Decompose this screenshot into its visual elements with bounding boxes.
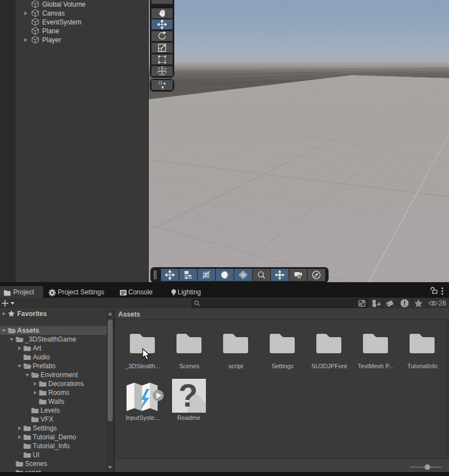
svg-text:?: ? xyxy=(179,379,198,413)
